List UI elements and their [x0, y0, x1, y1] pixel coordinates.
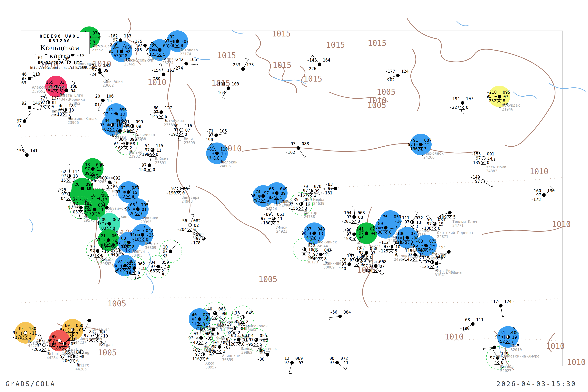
station-text: Братск	[145, 242, 158, 246]
station-dot	[482, 156, 485, 160]
station-text: Джикимда	[324, 261, 342, 266]
station-plot-Верхоянск: -91087✻✻9712-1363Верхоянск24266	[408, 134, 444, 159]
station-text: 04	[61, 196, 66, 201]
station-text: 110	[33, 72, 40, 77]
wind-barb-feather	[461, 114, 464, 114]
station-text: 30309	[145, 246, 156, 250]
station-text: 97	[201, 327, 206, 332]
isobar-label: 1015	[368, 38, 386, 48]
station-text: 97	[22, 76, 27, 81]
station-dot	[108, 180, 112, 184]
station-text: -07	[87, 253, 94, 258]
isobar-label: 1010	[546, 342, 565, 351]
wind-barb-feather	[158, 63, 161, 65]
station-text: 97	[145, 148, 150, 152]
station-text: 04	[70, 88, 76, 93]
station-text: 072	[416, 216, 423, 220]
station-text: -206	[31, 347, 41, 352]
wind-barb-feather	[196, 330, 199, 330]
station-text: 0	[51, 104, 54, 109]
station-text: 070	[314, 184, 322, 189]
wind-barb-feather	[494, 158, 494, 161]
bowtie-symbol	[302, 252, 306, 256]
station-text: ⇐	[59, 341, 62, 346]
wind-barb-feather	[502, 316, 505, 317]
coastline-path	[411, 48, 420, 110]
station-text: 8	[132, 194, 134, 199]
station-text: 32027	[500, 368, 511, 373]
station-text: 23966	[68, 120, 79, 125]
bowtie-symbol	[298, 207, 303, 210]
station-text: 2	[223, 349, 226, 354]
bowtie-symbol	[352, 237, 356, 241]
station-text: 069	[295, 356, 303, 361]
station-text: 97	[100, 122, 104, 127]
station-text: -93	[288, 142, 296, 146]
station-text: 047	[324, 248, 332, 253]
station-text: -185	[470, 160, 480, 165]
station-dot	[471, 322, 474, 326]
station-text: ∾	[295, 202, 299, 206]
station-text: -274	[173, 66, 183, 70]
station-text: ❄	[258, 194, 261, 198]
station-dot	[374, 264, 378, 268]
station-text: -242	[174, 57, 184, 62]
bowtie-symbol	[158, 115, 163, 118]
station-text: 152	[167, 68, 174, 73]
station-plot-Червянка: -06795❄9601-2665▽Червянка29393	[125, 198, 158, 224]
isobar-label: 1010	[530, 167, 548, 176]
station-text: 97	[111, 248, 116, 253]
station-text: 97	[495, 334, 500, 339]
station-text: Кузьмовка	[135, 133, 155, 137]
station-text: -68	[86, 338, 94, 342]
station-text: 23699	[184, 140, 195, 145]
station-text: 114	[72, 169, 80, 174]
station-text: 084	[344, 310, 351, 314]
station-text: Тангуй	[131, 249, 145, 254]
station-text: 103	[232, 82, 239, 86]
station-text: 24923	[276, 229, 287, 234]
station-text: -55	[14, 123, 21, 128]
station-text: -200	[60, 358, 70, 363]
station-dot	[275, 191, 278, 195]
bowtie-symbol	[389, 250, 393, 253]
station-text: -02	[102, 127, 109, 132]
station-text: 092	[113, 176, 120, 180]
station-text: 95	[109, 49, 114, 54]
station-dot	[335, 361, 339, 364]
station-text: -130	[260, 221, 270, 226]
station-dot	[118, 129, 122, 133]
station-text: 29393	[140, 220, 152, 224]
station-text: 0	[487, 160, 490, 165]
station-text: 099	[86, 182, 93, 187]
station-text: 0	[185, 132, 187, 137]
station-text: Олёкминск	[317, 240, 337, 244]
station-text: Ванжиль-Кынак	[68, 116, 97, 121]
station-text: -154	[151, 68, 161, 73]
station-plot-Тутончаны: -6012797-14566Тутончаны23589	[148, 106, 184, 127]
station-text: 23552	[92, 48, 103, 52]
station-text: 116	[185, 124, 192, 128]
wind-barb-feather	[72, 81, 75, 83]
station-text: 074	[206, 348, 214, 352]
station-text: 096	[119, 108, 127, 112]
station-dot	[126, 190, 130, 194]
isobar-label: 1005	[258, 275, 277, 284]
isobar-label: 1015	[272, 29, 291, 38]
station-dot	[91, 167, 94, 171]
station-text: -201	[341, 219, 351, 224]
station-text: 124	[504, 299, 512, 304]
station-plot: 97-55	[14, 111, 31, 128]
station-text: -13	[54, 112, 62, 116]
station-text: 054	[304, 197, 312, 202]
station-plot-Виви: -591169707-1920Виви23699	[168, 124, 195, 145]
station-text: 24639	[313, 201, 324, 206]
station-text: 97	[284, 360, 289, 365]
station-text: -167	[298, 193, 308, 198]
station-text: 0	[156, 152, 158, 157]
station-text: 7	[76, 332, 78, 336]
wind-barb-feather	[329, 318, 330, 320]
station-text: Теплый Ключ	[452, 219, 477, 224]
station-text: 30405	[131, 253, 142, 257]
station-text: Усть-Мома	[486, 165, 506, 169]
